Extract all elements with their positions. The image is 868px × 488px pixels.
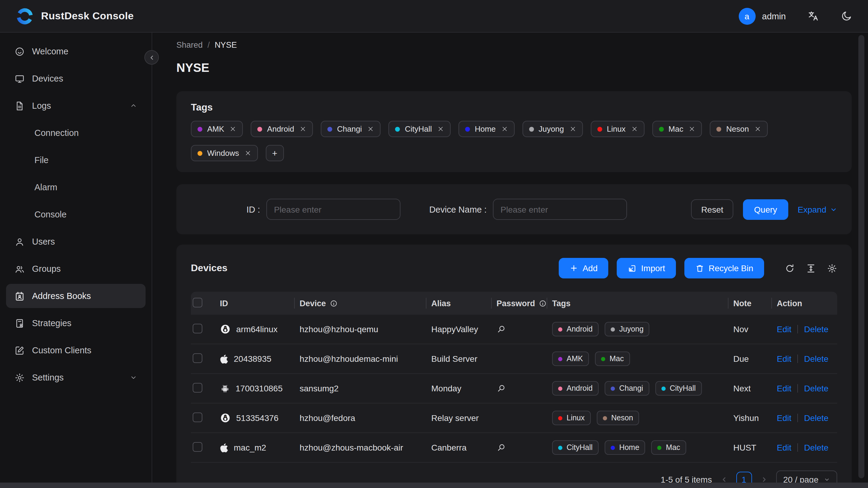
column-header-id[interactable]: ID bbox=[215, 299, 295, 308]
tag-chip-juyong[interactable]: Juyong bbox=[522, 121, 583, 137]
device-note: Yishun bbox=[728, 413, 772, 423]
sidebar-subitem-label: Console bbox=[34, 210, 66, 219]
expand-button[interactable]: Expand bbox=[798, 205, 837, 214]
sidebar-item-users[interactable]: Users bbox=[6, 230, 146, 254]
edit-link[interactable]: Edit bbox=[777, 384, 791, 393]
tag-remove-icon[interactable] bbox=[501, 126, 508, 132]
table-row: mac_m2hzhou@zhous-macbook-airCanberraCit… bbox=[191, 433, 837, 463]
id-filter-input[interactable] bbox=[266, 199, 400, 220]
table-settings-icon[interactable] bbox=[827, 263, 837, 273]
row-checkbox[interactable] bbox=[193, 383, 203, 392]
password-search-icon[interactable] bbox=[497, 324, 542, 334]
sidebar-item-logs[interactable]: Logs bbox=[6, 94, 146, 118]
sidebar-item-console[interactable]: Console bbox=[6, 202, 146, 226]
column-header-device[interactable]: Device bbox=[295, 299, 427, 308]
password-cell bbox=[492, 384, 547, 393]
tag-label: AMK bbox=[566, 355, 583, 363]
tag-chip-linux[interactable]: Linux bbox=[590, 121, 644, 137]
dark-mode-icon[interactable] bbox=[841, 10, 852, 22]
sidebar-item-welcome[interactable]: Welcome bbox=[6, 39, 146, 63]
tag-chip-windows[interactable]: Windows bbox=[191, 145, 258, 161]
breadcrumb-current: NYSE bbox=[215, 40, 237, 50]
reset-button[interactable]: Reset bbox=[691, 199, 734, 219]
tag-chip-mac[interactable]: Mac bbox=[652, 121, 702, 137]
add-button[interactable]: Add bbox=[559, 258, 609, 278]
query-button[interactable]: Query bbox=[743, 199, 788, 219]
gear-icon bbox=[14, 372, 25, 383]
sidebar-item-alarm[interactable]: Alarm bbox=[6, 175, 146, 199]
column-height-icon[interactable] bbox=[806, 263, 816, 273]
select-all-checkbox[interactable] bbox=[193, 298, 203, 307]
tag-chip-android[interactable]: Android bbox=[251, 121, 313, 137]
tag-remove-icon[interactable] bbox=[689, 126, 695, 132]
edit-link[interactable]: Edit bbox=[777, 443, 791, 452]
delete-link[interactable]: Delete bbox=[804, 354, 829, 364]
device-id: mac_m2 bbox=[234, 443, 266, 452]
sidebar-item-connection[interactable]: Connection bbox=[6, 121, 146, 145]
row-checkbox[interactable] bbox=[193, 353, 203, 363]
device-id-cell: 513354376 bbox=[215, 413, 295, 423]
sidebar-item-devices[interactable]: Devices bbox=[6, 66, 146, 91]
device-name-filter-input[interactable] bbox=[493, 199, 627, 220]
import-button[interactable]: Import bbox=[617, 258, 676, 278]
refresh-icon[interactable] bbox=[785, 263, 795, 273]
sidebar-item-groups[interactable]: Groups bbox=[6, 257, 146, 281]
page-title: NYSE bbox=[176, 61, 868, 75]
column-header-password[interactable]: Password bbox=[492, 299, 547, 308]
tag-remove-icon[interactable] bbox=[245, 150, 251, 156]
edit-link[interactable]: Edit bbox=[777, 413, 791, 423]
user-menu[interactable]: a admin bbox=[738, 7, 786, 25]
tag-remove-icon[interactable] bbox=[367, 126, 374, 132]
column-header-alias[interactable]: Alias bbox=[427, 299, 492, 308]
row-checkbox[interactable] bbox=[193, 442, 203, 452]
tag-remove-icon[interactable] bbox=[631, 126, 638, 132]
vertical-scrollbar[interactable] bbox=[858, 35, 864, 478]
tag-color-dot bbox=[657, 446, 662, 450]
tag-remove-icon[interactable] bbox=[300, 126, 306, 132]
sidebar-collapse-button[interactable] bbox=[144, 50, 159, 65]
tag-remove-icon[interactable] bbox=[569, 126, 576, 132]
delete-link[interactable]: Delete bbox=[804, 413, 829, 423]
tag-remove-icon[interactable] bbox=[229, 126, 236, 132]
tag-chip-amk[interactable]: AMK bbox=[191, 121, 243, 137]
tag-remove-icon[interactable] bbox=[437, 126, 444, 132]
password-search-icon[interactable] bbox=[497, 443, 542, 452]
sidebar-item-settings[interactable]: Settings bbox=[6, 365, 146, 390]
row-checkbox[interactable] bbox=[193, 412, 203, 422]
delete-link[interactable]: Delete bbox=[804, 384, 829, 393]
sidebar-item-label: Settings bbox=[32, 373, 64, 382]
sidebar-item-custom-clients[interactable]: Custom Clients bbox=[6, 338, 146, 362]
avatar[interactable]: a bbox=[738, 7, 755, 25]
sidebar-item-strategies[interactable]: Strategies bbox=[6, 311, 146, 335]
column-header-tags[interactable]: Tags bbox=[547, 299, 728, 308]
tag-remove-icon[interactable] bbox=[754, 126, 761, 132]
tag-chip-cityhall[interactable]: CityHall bbox=[389, 121, 451, 137]
delete-link[interactable]: Delete bbox=[804, 443, 829, 452]
tag-chip-changi[interactable]: Changi bbox=[321, 121, 380, 137]
sidebar-item-address-books[interactable]: Address Books bbox=[6, 284, 146, 308]
device-info-icon[interactable] bbox=[330, 299, 337, 307]
password-info-icon[interactable] bbox=[539, 299, 547, 307]
delete-link[interactable]: Delete bbox=[804, 324, 829, 334]
tag-chip-home[interactable]: Home bbox=[459, 121, 514, 137]
prev-page-button[interactable] bbox=[720, 476, 727, 483]
breadcrumb-parent[interactable]: Shared bbox=[176, 40, 203, 50]
device-note: HUST bbox=[728, 443, 772, 452]
table-row: 513354376hzhou@fedoraRelay serverLinuxNe… bbox=[191, 403, 837, 433]
chevron-left-icon bbox=[148, 54, 155, 61]
next-page-button[interactable] bbox=[760, 476, 768, 483]
tag-chip-neson[interactable]: Neson bbox=[710, 121, 768, 137]
sidebar-item-file[interactable]: File bbox=[6, 148, 146, 172]
add-tag-button[interactable]: + bbox=[266, 145, 284, 161]
password-search-icon[interactable] bbox=[497, 384, 542, 393]
row-checkbox[interactable] bbox=[193, 324, 203, 333]
plus-icon bbox=[570, 264, 578, 272]
language-icon[interactable] bbox=[808, 10, 819, 22]
recycle-bin-button[interactable]: Recycle Bin bbox=[684, 258, 764, 278]
edit-link[interactable]: Edit bbox=[777, 354, 791, 364]
sidebar-item-label: Users bbox=[32, 237, 55, 246]
horizontal-scrollbar[interactable] bbox=[0, 483, 868, 488]
device-name: hzhou@hzhou-qemu bbox=[295, 324, 427, 334]
edit-link[interactable]: Edit bbox=[777, 324, 791, 334]
column-header-note[interactable]: Note bbox=[728, 299, 772, 308]
